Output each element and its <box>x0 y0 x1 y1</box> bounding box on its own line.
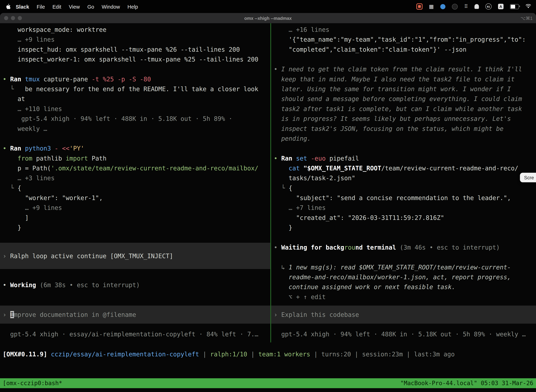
terminal-line: • Waiting for background terminal (3m 46… <box>274 242 536 252</box>
app-status-icon-blue[interactable] <box>440 4 445 9</box>
pane-output: … +16 lines '{"team_name":"my-team","tas… <box>274 25 536 302</box>
terminal-line: readme-and-reco/mailbox/worker-1.json, a… <box>274 272 536 282</box>
terminal-line: cat "$OMX_TEAM_STATE_ROOT/team/review-cu… <box>274 163 536 173</box>
terminal-line: └ { <box>274 183 536 193</box>
menu-item-window[interactable]: Window <box>98 4 124 9</box>
terminal-line: … +3 lines <box>3 173 270 183</box>
menu-item-edit[interactable]: Edit <box>49 4 65 9</box>
terminal-line: at <box>3 94 270 104</box>
omx-status-bar: [OMX#0.11.9] cczip/essay/ai-reimplementa… <box>0 349 536 359</box>
window-controls <box>4 16 22 20</box>
terminal-line <box>3 64 270 74</box>
terminal-line: "worker": "worker-1", <box>3 193 270 203</box>
terminal-pane-left[interactable]: workspace_mode: worktree … +9 lines insp… <box>0 23 270 342</box>
menu-item-app[interactable]: Slack <box>12 4 33 9</box>
terminal-line: • I need to get the claim token from the… <box>274 64 536 74</box>
working-status: • Working (6m 38s • esc to interrupt) <box>3 280 270 290</box>
terminal-line: } <box>3 223 270 232</box>
terminal-line: should send a message before completing … <box>274 94 536 104</box>
menu-item-help[interactable]: Help <box>124 4 142 9</box>
terminal-line: continue assigned work or next feasible … <box>274 282 536 292</box>
terminal-line: task2 after task1 is complete, but can I… <box>274 104 536 114</box>
terminal-line: tasks/task-2.json" <box>274 173 536 183</box>
screen: Slack File Edit View Go Window Help ▦ ⠿ … <box>0 0 536 392</box>
screen-sharing-tooltip: Scre <box>520 173 536 182</box>
apple-menu-icon[interactable] <box>6 4 10 9</box>
terminal-line: gpt-5.4 xhigh · 94% left · 488K in · 5.1… <box>3 114 270 123</box>
prompt-input[interactable]: › Explain this codebase <box>271 306 536 324</box>
dots-grid-icon[interactable]: ⠿ <box>464 4 468 9</box>
terminal-line: • Ran set -euo pipefail <box>274 153 536 163</box>
title-bar[interactable]: omx --xhigh --madmax ⌥⌘1 <box>0 13 536 23</box>
terminal-line: inspect_hud: omx sparkshell --tmux-pane … <box>3 44 270 54</box>
terminal-line: inspect_worker-1: omx sparkshell --tmux-… <box>3 54 270 64</box>
terminal-line: inspect task2's JSON, focusing on the st… <box>274 124 536 134</box>
terminal-line: p = Path('.omx/state/team/review-current… <box>3 163 270 173</box>
terminal-line <box>274 54 536 64</box>
terminal-line: … +7 lines <box>274 203 536 213</box>
terminal-line: } <box>274 223 536 232</box>
terminal-line: "created_at": "2026-03-31T11:59:27.816Z" <box>274 213 536 223</box>
terminal-line: ↳ 1 new msg(s): read $OMX_TEAM_STATE_ROO… <box>274 262 536 272</box>
tmux-panes: workspace_mode: worktree … +9 lines insp… <box>0 23 536 342</box>
menu-item-file[interactable]: File <box>33 4 49 9</box>
wifi-icon[interactable] <box>526 4 531 9</box>
tmux-host-time-label: "MacBook-Pro-44.local" 05:03 31-Mar-26 <box>400 378 533 388</box>
terminal-line: ⌥ + ↑ edit <box>274 292 536 302</box>
terminal-empty-area <box>0 359 536 378</box>
terminal-line: └ be necessary for the end of the README… <box>3 84 270 94</box>
terminal-window[interactable]: omx --xhigh --madmax ⌥⌘1 workspace_mode:… <box>0 13 536 392</box>
menu-bar: Slack File Edit View Go Window Help ▦ ⠿ … <box>0 0 536 13</box>
terminal-line: from pathlib import Path <box>3 153 270 163</box>
inject-banner: › Ralph loop active continue [OMX_TMUX_I… <box>0 243 270 269</box>
terminal-line: • Ran tmux capture-pane -t %25 -p -S -80 <box>3 74 270 84</box>
zoom-button[interactable] <box>18 16 22 20</box>
tmux-status-bar: [omx-cczip0:bash* "MacBook-Pro-44.local"… <box>0 378 536 388</box>
terminal-line <box>274 143 536 153</box>
pane-status: gpt-5.4 xhigh · 94% left · 488K in · 5.1… <box>274 329 536 339</box>
tmux-session-label: [omx-cczip0:bash* <box>3 378 62 388</box>
terminal-line: weekly … <box>3 124 270 134</box>
pane-status: gpt-5.4 xhigh · essay/ai-reimplementatio… <box>3 329 270 339</box>
prompt-input[interactable]: › Improve documentation in @filename <box>0 306 270 324</box>
terminal-line <box>3 134 270 143</box>
app-status-icon-dark[interactable] <box>452 4 458 9</box>
terminal-line <box>274 233 536 242</box>
terminal-line: "subject": "send a concise recommendatio… <box>274 193 536 203</box>
terminal-line: … +9 lines <box>3 203 270 213</box>
terminal-line: workspace_mode: worktree <box>3 25 270 34</box>
minimize-button[interactable] <box>11 16 15 20</box>
terminal-line: … +110 lines <box>3 104 270 114</box>
terminal-line <box>274 252 536 262</box>
terminal-line: "completed","claim_token":"claim-token"}… <box>274 44 536 54</box>
terminal-line: • Ran python3 - <<'PY' <box>3 143 270 153</box>
menu-item-go[interactable]: Go <box>84 4 98 9</box>
terminal-line: later. Using the same for transition mig… <box>274 84 536 94</box>
window-title: omx --xhigh --madmax <box>244 15 292 21</box>
window-shortcut: ⌥⌘1 <box>521 15 532 21</box>
screen-recording-icon[interactable] <box>416 3 422 9</box>
menu-bar-status-icons: ▦ ⠿ 61 A <box>416 3 531 9</box>
terminal-pane-right[interactable]: … +16 lines '{"team_name":"my-team","tas… <box>271 23 536 342</box>
battery-icon[interactable] <box>510 4 519 9</box>
terminal-line: └ { <box>3 183 270 193</box>
pane-output: workspace_mode: worktree … +9 lines insp… <box>3 25 270 233</box>
terminal-line: is in progress? It seems likely but perh… <box>274 114 536 123</box>
battery-percent-circle-icon[interactable]: 61 <box>485 3 492 9</box>
terminal-line: '{"team_name":"my-team","task_id":"1","f… <box>274 34 536 44</box>
grid-icon[interactable]: ▦ <box>429 4 434 9</box>
terminal-line: … +16 lines <box>274 25 536 34</box>
menu-item-view[interactable]: View <box>65 4 84 9</box>
input-source-icon[interactable]: A <box>498 4 503 9</box>
terminal-line: keep that in mind. Maybe I also need the… <box>274 74 536 84</box>
terminal-line: … +9 lines <box>3 34 270 44</box>
terminal-line: pending. <box>274 134 536 143</box>
close-button[interactable] <box>4 16 8 20</box>
ghost-app-icon[interactable] <box>474 4 479 9</box>
terminal-line: ] <box>3 213 270 223</box>
